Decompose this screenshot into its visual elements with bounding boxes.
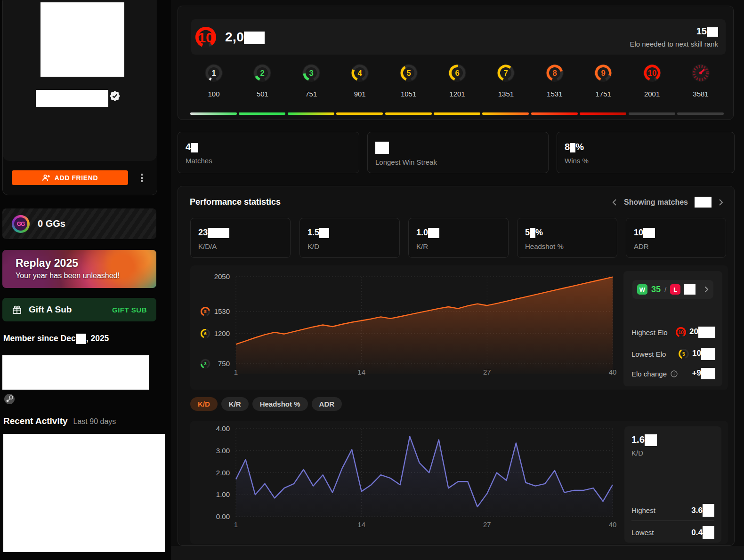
summary-value-redacted <box>570 143 575 152</box>
metric-tabs: K/DK/RHeadshot %ADR <box>190 397 342 411</box>
profile-card: ADD FRIEND <box>2 0 157 195</box>
ggs-banner[interactable]: GG 0 GGs <box>2 208 156 239</box>
kd-highest-label: Highest <box>631 506 655 514</box>
skill-level-1-column[interactable]: 1 100 <box>190 64 237 98</box>
info-icon[interactable] <box>671 370 678 377</box>
stat-value-redacted <box>530 228 535 238</box>
svg-text:10: 10 <box>198 29 213 45</box>
chevron-right-icon[interactable] <box>718 199 724 206</box>
skill-level-10-column[interactable]: 10 2001 <box>629 64 676 98</box>
kd-highest-row: Highest 3.6 <box>631 504 714 517</box>
summary-value: 8% <box>565 142 734 152</box>
elo-needed-value: 15 <box>630 26 718 37</box>
chevron-left-icon[interactable] <box>612 199 617 206</box>
chevron-right-icon[interactable] <box>704 286 709 293</box>
skill-level-10-icon: 10 <box>675 327 687 338</box>
summary-card: 8% Wins % <box>557 132 735 173</box>
elo-change-value: +9 <box>692 368 715 379</box>
y-axis-tick-label: 4.00 <box>190 424 230 432</box>
svg-text:10: 10 <box>647 69 656 78</box>
gift-sub-button[interactable]: GIFT SUB <box>112 306 147 314</box>
replay-subtitle: Your year has been unleashed! <box>16 272 156 280</box>
lowest-elo-value: 10 <box>692 348 715 360</box>
skill-level-ladder: 1 100 2 501 3 751 4 901 5 1051 <box>190 64 726 116</box>
stat-label: Headshot % <box>525 242 617 250</box>
stat-card: 5% Headshot % <box>517 218 617 258</box>
stat-label: K/D/A <box>198 242 290 250</box>
kd-average-redacted <box>645 434 657 446</box>
skill-level-9-icon: 9 <box>594 64 612 82</box>
elo-change-row: Elo change +9 <box>631 368 715 379</box>
skill-level-2-column[interactable]: 2 501 <box>239 64 286 98</box>
skill-level-3-icon: 3 <box>200 359 210 369</box>
skill-level-8-column[interactable]: 8 1531 <box>531 64 578 98</box>
summary-label: Wins % <box>565 157 734 165</box>
skill-level-3-icon: 3 <box>302 64 320 82</box>
more-options-kebab-icon[interactable] <box>137 170 146 185</box>
svg-text:1: 1 <box>234 520 238 528</box>
skill-level-8-icon: 8 <box>200 306 210 317</box>
elo-needed-label: Elo needed to next skill rank <box>630 40 718 48</box>
avatar <box>40 2 124 77</box>
y-axis-tick-label: 2.00 <box>190 469 230 477</box>
replay-2025-banner[interactable]: Replay 2025 Your year has been unleashed… <box>2 250 156 288</box>
tab-k-d[interactable]: K/D <box>190 397 218 411</box>
stat-card: 1.0 K/R <box>408 218 509 258</box>
skill-level-threshold: 1751 <box>580 90 627 98</box>
svg-text:14: 14 <box>357 368 365 376</box>
skill-level-10-icon: 10 <box>643 64 661 82</box>
svg-text:5: 5 <box>682 351 685 357</box>
loss-count-redacted <box>684 284 695 295</box>
current-elo-value: 2,0 <box>225 30 265 45</box>
add-friend-button[interactable]: ADD FRIEND <box>12 170 128 185</box>
elo-range-segment <box>629 112 675 115</box>
recent-activity-header: Recent ActivityLast 90 days <box>3 416 116 426</box>
y-axis-tick-label: 3.00 <box>190 447 230 455</box>
skill-level-7-column[interactable]: 7 1351 <box>482 64 529 98</box>
skill-level-3-column[interactable]: 3 751 <box>288 64 335 98</box>
skill-level-6-column[interactable]: 6 1201 <box>434 64 481 98</box>
stat-label: K/D <box>307 242 399 250</box>
recent-activity-title: Recent Activity <box>3 416 68 426</box>
stat-value: 5% <box>525 228 617 238</box>
win-loss-strip[interactable]: W 35 / L <box>632 280 713 299</box>
stat-card: 23 K/D/A <box>190 218 291 258</box>
stat-value-redacted <box>643 228 655 238</box>
svg-text:8: 8 <box>552 69 557 78</box>
kd-average-label: K/D <box>631 449 643 457</box>
elo-range-segment <box>531 112 578 115</box>
elo-range-segment <box>190 112 237 115</box>
stat-value: 1.5 <box>307 228 399 238</box>
skill-level-4-column[interactable]: 4 901 <box>336 64 383 98</box>
skill-level-5-column[interactable]: 5 1051 <box>385 64 432 98</box>
stat-value-redacted <box>319 228 329 238</box>
skill-level-6-icon: 6 <box>200 328 210 339</box>
skill-level-threshold: 1201 <box>434 90 481 98</box>
recent-activity-range: Last 90 days <box>73 417 116 425</box>
tab-k-r[interactable]: K/R <box>221 397 249 411</box>
elo-range-segment <box>434 112 480 115</box>
summary-card: 4 Matches <box>178 132 359 173</box>
tab-headshot-[interactable]: Headshot % <box>252 397 308 411</box>
stat-value-redacted <box>208 228 229 238</box>
kd-lowest-redacted <box>703 526 714 539</box>
skill-level-5-icon: 5 <box>400 64 418 82</box>
skill-level-threshold: 100 <box>190 90 237 98</box>
skill-level-threshold: 501 <box>239 90 286 98</box>
performance-statistics-card: Performance statistics Showing matches 2… <box>178 186 735 546</box>
win-loss-slash: / <box>664 286 666 294</box>
current-elo-strip: 10 2,0 15 Elo needed to next skill rank <box>191 19 726 55</box>
elo-range-segment <box>580 112 626 115</box>
summary-value <box>375 142 548 154</box>
skill-level-9-column[interactable]: 9 1751 <box>580 64 627 98</box>
svg-text:6: 6 <box>204 331 206 336</box>
y-axis-tick-label: 2050 <box>190 272 230 280</box>
tab-adr[interactable]: ADR <box>312 397 342 411</box>
svg-text:7: 7 <box>504 69 508 78</box>
skill-level-challenger-column[interactable]: 3581 <box>677 64 724 98</box>
highest-elo-value: 20 <box>689 327 715 338</box>
elo-range-segment <box>482 112 529 115</box>
summary-value: 4 <box>186 142 359 152</box>
steam-icon[interactable] <box>4 393 15 405</box>
svg-text:40: 40 <box>609 368 617 376</box>
